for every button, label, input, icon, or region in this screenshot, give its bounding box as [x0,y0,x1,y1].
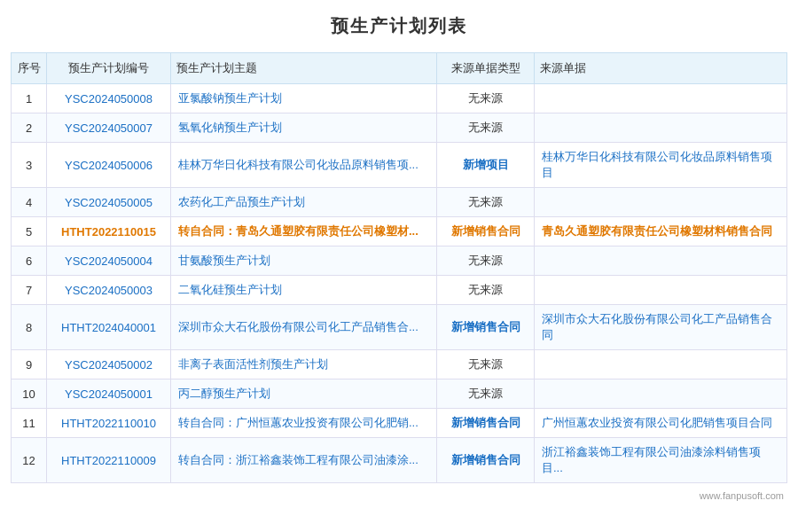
col-header-code: 预生产计划编号 [47,53,171,84]
code-link[interactable]: YSC2024050004 [65,254,153,268]
cell-type: 无来源 [437,113,535,143]
cell-subject[interactable]: 转自合同：广州恒蕙农业投资有限公司化肥销... [171,409,437,438]
subject-link[interactable]: 农药化工产品预生产计划 [178,195,305,208]
cell-code[interactable]: YSC2024050005 [47,188,171,217]
cell-code[interactable]: HTHT2022110009 [47,438,171,483]
cell-type: 新增销售合同 [437,217,535,246]
cell-subject[interactable]: 二氧化硅预生产计划 [171,276,437,305]
table-row: 3YSC2024050006桂林万华日化科技有限公司化妆品原料销售项...新增项… [12,143,787,188]
cell-subject[interactable]: 亚氯酸钠预生产计划 [171,84,437,113]
table-row: 4YSC2024050005农药化工产品预生产计划无来源 [12,188,787,217]
cell-type: 无来源 [437,246,535,276]
cell-source[interactable]: 桂林万华日化科技有限公司化妆品原料销售项目 [535,143,787,188]
source-link[interactable]: 浙江裕鑫装饰工程有限公司油漆涂料销售项目... [542,445,761,474]
code-link[interactable]: HTHT2022110009 [61,454,156,467]
cell-source [535,188,787,217]
cell-index: 6 [12,246,47,276]
cell-code[interactable]: YSC2024050008 [47,84,171,113]
cell-code[interactable]: YSC2024050004 [47,246,171,276]
code-link[interactable]: YSC2024050002 [65,358,153,372]
subject-link[interactable]: 亚氯酸钠预生产计划 [178,91,282,105]
cell-type: 无来源 [437,379,535,409]
watermark: www.fanpusoft.com [11,490,787,501]
cell-index: 11 [12,409,47,438]
cell-subject[interactable]: 甘氨酸预生产计划 [171,246,437,276]
cell-index: 8 [12,305,47,350]
source-link[interactable]: 深圳市众大石化股份有限公司化工产品销售合同 [542,312,772,341]
table-row: 1YSC2024050008亚氯酸钠预生产计划无来源 [12,84,787,113]
subject-link[interactable]: 转自合同：广州恒蕙农业投资有限公司化肥销... [178,416,419,429]
cell-type: 无来源 [437,84,535,113]
cell-subject[interactable]: 深圳市众大石化股份有限公司化工产品销售合... [171,305,437,350]
code-link[interactable]: YSC2024050008 [65,92,153,106]
code-link[interactable]: HTHT2022110015 [61,225,156,239]
cell-type: 无来源 [437,276,535,305]
source-link[interactable]: 桂林万华日化科技有限公司化妆品原料销售项目 [542,150,772,179]
production-plan-table: 序号 预生产计划编号 预生产计划主题 来源单据类型 来源单据 1YSC20240… [11,52,787,483]
cell-code[interactable]: YSC2024050001 [47,379,171,409]
cell-code[interactable]: HTHT2022110015 [47,217,171,246]
code-link[interactable]: HTHT2022110010 [61,417,156,430]
cell-subject[interactable]: 转自合同：青岛久通塑胶有限责任公司橡塑材... [171,217,437,246]
code-link[interactable]: YSC2024050007 [65,121,153,135]
cell-index: 5 [12,217,47,246]
table-row: 7YSC2024050003二氧化硅预生产计划无来源 [12,276,787,305]
cell-subject[interactable]: 农药化工产品预生产计划 [171,188,437,217]
subject-link[interactable]: 非离子表面活性剂预生产计划 [178,357,328,371]
cell-subject[interactable]: 氢氧化钠预生产计划 [171,113,437,143]
cell-type: 无来源 [437,188,535,217]
code-link[interactable]: HTHT2024040001 [61,321,156,334]
table-header-row: 序号 预生产计划编号 预生产计划主题 来源单据类型 来源单据 [12,53,787,84]
source-link[interactable]: 青岛久通塑胶有限责任公司橡塑材料销售合同 [542,224,772,238]
cell-source [535,113,787,143]
cell-type: 新增项目 [437,143,535,188]
subject-link[interactable]: 丙二醇预生产计划 [178,387,270,400]
cell-source[interactable]: 青岛久通塑胶有限责任公司橡塑材料销售合同 [535,217,787,246]
cell-code[interactable]: YSC2024050003 [47,276,171,305]
col-header-type: 来源单据类型 [437,53,535,84]
cell-type: 新增销售合同 [437,438,535,483]
subject-link[interactable]: 甘氨酸预生产计划 [178,254,270,267]
cell-source [535,276,787,305]
code-link[interactable]: YSC2024050005 [65,196,153,209]
cell-index: 9 [12,350,47,379]
code-link[interactable]: YSC2024050006 [65,159,153,172]
table-row: 10YSC2024050001丙二醇预生产计划无来源 [12,379,787,409]
cell-source[interactable]: 广州恒蕙农业投资有限公司化肥销售项目合同 [535,409,787,438]
subject-link[interactable]: 转自合同：青岛久通塑胶有限责任公司橡塑材... [178,224,419,238]
code-link[interactable]: YSC2024050001 [65,387,153,401]
subject-link[interactable]: 氢氧化钠预生产计划 [178,121,282,134]
cell-index: 10 [12,379,47,409]
page-title: 预生产计划列表 [11,14,787,38]
cell-code[interactable]: YSC2024050002 [47,350,171,379]
cell-subject[interactable]: 丙二醇预生产计划 [171,379,437,409]
table-row: 6YSC2024050004甘氨酸预生产计划无来源 [12,246,787,276]
cell-index: 2 [12,113,47,143]
subject-link[interactable]: 转自合同：浙江裕鑫装饰工程有限公司油漆涂... [178,453,419,466]
table-row: 5HTHT2022110015转自合同：青岛久通塑胶有限责任公司橡塑材...新增… [12,217,787,246]
cell-code[interactable]: HTHT2022110010 [47,409,171,438]
col-header-subject: 预生产计划主题 [171,53,437,84]
cell-code[interactable]: YSC2024050006 [47,143,171,188]
source-link[interactable]: 广州恒蕙农业投资有限公司化肥销售项目合同 [542,416,772,429]
cell-source [535,350,787,379]
cell-code[interactable]: HTHT2024040001 [47,305,171,350]
cell-source [535,246,787,276]
col-header-index: 序号 [12,53,47,84]
subject-link[interactable]: 深圳市众大石化股份有限公司化工产品销售合... [178,320,419,333]
cell-source[interactable]: 深圳市众大石化股份有限公司化工产品销售合同 [535,305,787,350]
cell-subject[interactable]: 桂林万华日化科技有限公司化妆品原料销售项... [171,143,437,188]
subject-link[interactable]: 桂林万华日化科技有限公司化妆品原料销售项... [178,158,419,171]
cell-source[interactable]: 浙江裕鑫装饰工程有限公司油漆涂料销售项目... [535,438,787,483]
code-link[interactable]: YSC2024050003 [65,284,153,297]
subject-link[interactable]: 二氧化硅预生产计划 [178,283,282,296]
col-header-source: 来源单据 [535,53,787,84]
cell-subject[interactable]: 转自合同：浙江裕鑫装饰工程有限公司油漆涂... [171,438,437,483]
cell-subject[interactable]: 非离子表面活性剂预生产计划 [171,350,437,379]
table-row: 8HTHT2024040001深圳市众大石化股份有限公司化工产品销售合...新增… [12,305,787,350]
cell-type: 新增销售合同 [437,305,535,350]
cell-code[interactable]: YSC2024050007 [47,113,171,143]
cell-index: 4 [12,188,47,217]
cell-index: 7 [12,276,47,305]
cell-index: 12 [12,438,47,483]
